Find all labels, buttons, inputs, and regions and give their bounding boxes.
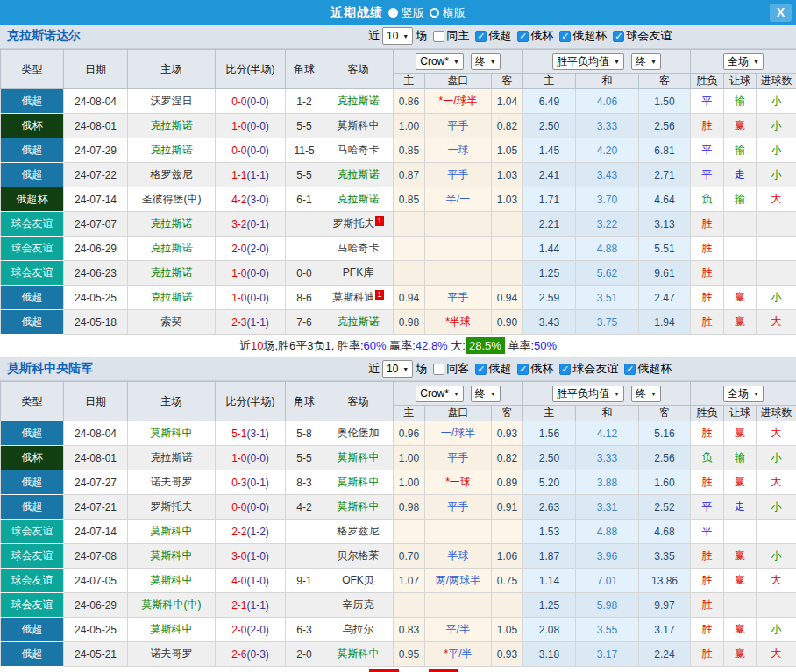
same-away-checkbox	[433, 364, 444, 375]
eu-away-odds: 6.81	[639, 138, 691, 163]
scope-select[interactable]: 全场▼	[723, 53, 764, 70]
ah-away-odds: 0.93	[492, 642, 523, 667]
rucup-filter[interactable]: 俄杯	[511, 361, 553, 377]
match-count-select[interactable]: 10▼	[382, 27, 413, 45]
eu-away-odds: 9.97	[639, 593, 691, 618]
friendly-filter[interactable]: 球会友谊	[607, 28, 672, 44]
eu-away-odds: 2.47	[639, 286, 691, 310]
eu-home-odds: 2.08	[523, 618, 576, 642]
result-handicap	[724, 520, 757, 544]
col-home: 主场	[128, 50, 216, 89]
result-goals: 小	[757, 138, 796, 163]
avg-select[interactable]: 胜平负均值▼	[552, 53, 624, 70]
chevron-down-icon: ▼	[650, 391, 657, 397]
result-wdl: 胜	[691, 212, 724, 237]
eu-away-odds: 4.64	[639, 187, 691, 212]
result-wdl: 胜	[691, 593, 724, 618]
result-goals: 小	[757, 286, 796, 310]
result-handicap: 输	[724, 446, 757, 470]
result-goals: 小	[757, 114, 796, 138]
sub-eu-away: 客	[639, 74, 691, 89]
rucup-filter[interactable]: 俄杯	[511, 28, 553, 44]
handicap-line: 平/半	[425, 618, 492, 642]
chevron-down-icon: ▼	[402, 366, 409, 372]
result-handicap: 赢	[724, 470, 757, 495]
away-team: 莫斯科中	[323, 470, 394, 495]
sub-eu-home: 主	[523, 74, 576, 89]
horizontal-layout-radio[interactable]	[430, 8, 439, 18]
rusupercup-filter[interactable]: 俄超杯	[618, 361, 672, 377]
eu-home-odds: 1.87	[523, 544, 576, 569]
home-team: 克拉斯诺	[128, 138, 216, 163]
bookmaker-select[interactable]: Crow*▼	[416, 53, 464, 70]
eu-time-select[interactable]: 终▼	[631, 386, 661, 402]
ah-home-odds: 0.85	[394, 187, 425, 212]
away-team: 格罗兹尼	[323, 520, 394, 544]
near-label: 近	[368, 28, 380, 44]
vertical-layout-label[interactable]: 竖版	[402, 5, 424, 21]
eu-home-odds: 6.49	[523, 89, 576, 114]
title-bar: 近期战绩 竖版 横版 X	[0, 1, 796, 25]
eu-draw-odds: 3.88	[576, 470, 639, 495]
away-team: 莫斯科中	[323, 495, 394, 520]
ah-away-odds	[492, 212, 523, 237]
score: 2-0(2-0)	[216, 237, 286, 261]
result-wdl: 胜	[691, 237, 724, 261]
summary-segment: 10	[251, 339, 263, 352]
scope-select[interactable]: 全场▼	[723, 386, 764, 402]
result-handicap	[724, 261, 757, 286]
avg-select[interactable]: 胜平负均值▼	[552, 386, 624, 402]
result-wdl: 平	[691, 163, 724, 187]
match-date: 24-08-01	[64, 114, 128, 138]
result-handicap: 赢	[724, 544, 757, 569]
match-date: 24-08-04	[64, 89, 128, 114]
team2-filters: 近 10▼ 场 同客 俄超 俄杯 球会友谊 俄超杯	[368, 360, 672, 378]
result-wdl: 胜	[691, 261, 724, 286]
handicap-line: *平/半	[425, 642, 492, 667]
corners	[286, 544, 323, 569]
ah-home-odds: 0.94	[394, 286, 425, 310]
ah-time-select[interactable]: 终▼	[471, 53, 501, 70]
rupl-filter[interactable]: 俄超	[469, 28, 511, 44]
score: 2-0(2-0)	[216, 618, 286, 642]
eu-draw-odds: 3.55	[576, 618, 639, 642]
rupl-filter[interactable]: 俄超	[469, 361, 511, 377]
eu-away-odds: 2.56	[639, 446, 691, 470]
eu-time-select[interactable]: 终▼	[631, 53, 661, 70]
vertical-layout-radio[interactable]	[388, 8, 398, 18]
result-goals: 小	[757, 89, 796, 114]
match-date: 24-07-08	[64, 544, 128, 569]
bookmaker-select[interactable]: Crow*▼	[416, 386, 464, 402]
eu-draw-odds: 4.12	[576, 421, 639, 446]
handicap-line: 平手	[425, 114, 492, 138]
away-team: 马哈奇卡	[323, 237, 394, 261]
match-count-select[interactable]: 10▼	[382, 360, 413, 378]
rupl-checkbox	[475, 364, 487, 375]
match-date: 24-07-14	[64, 520, 128, 544]
table-row: 俄杯 24-08-01 克拉斯诺 1-0(0-0) 5-5 莫斯科中 1.00 …	[1, 446, 796, 470]
table-row: 球会友谊 24-06-23 克拉斯诺 1-0(0-0) 0-0 PFK库 1.2…	[1, 261, 796, 286]
same-home-filter[interactable]: 同主	[427, 28, 469, 44]
eu-away-odds: 5.16	[639, 421, 691, 446]
corners: 6-3	[286, 618, 323, 642]
chevron-down-icon: ▼	[753, 59, 759, 65]
summary-segment: 近	[239, 339, 251, 352]
ah-away-odds: 1.03	[492, 163, 523, 187]
match-date: 24-07-14	[64, 187, 128, 212]
horizontal-layout-label[interactable]: 横版	[443, 5, 466, 21]
rusupercup-filter[interactable]: 俄超杯	[553, 28, 607, 44]
same-away-filter[interactable]: 同客	[427, 361, 469, 377]
col-corners: 角球	[286, 50, 323, 89]
league-badge: 俄超	[1, 421, 64, 446]
chevron-down-icon: ▼	[490, 391, 496, 397]
chevron-down-icon: ▼	[614, 59, 620, 65]
home-team: 格罗兹尼	[128, 163, 216, 187]
friendly-filter[interactable]: 球会友谊	[553, 361, 618, 377]
eu-home-odds: 3.43	[523, 310, 576, 335]
match-date: 24-07-07	[64, 212, 128, 237]
league-badge: 俄超	[1, 642, 64, 667]
ah-time-select[interactable]: 终▼	[471, 386, 501, 402]
result-wdl: 平	[691, 495, 724, 520]
close-icon[interactable]: X	[770, 4, 792, 22]
home-team: 诺夫哥罗	[128, 470, 216, 495]
